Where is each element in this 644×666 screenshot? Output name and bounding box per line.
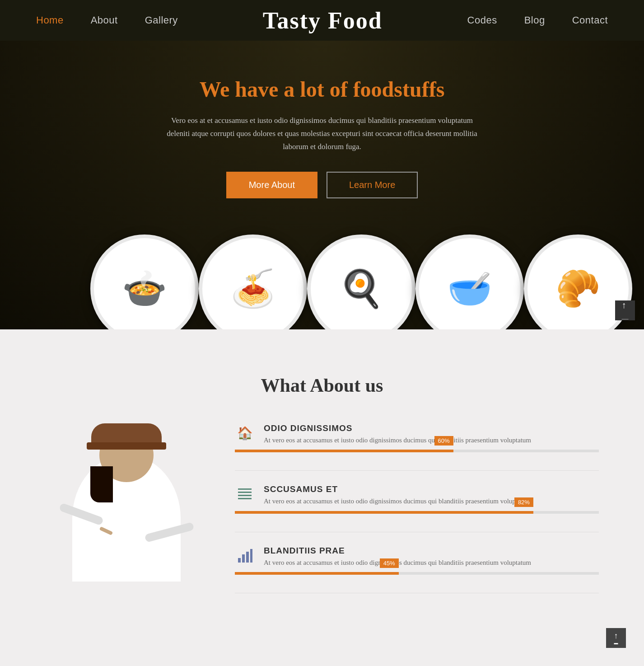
skill-icon-home: 🏠 [235, 423, 255, 443]
skill-info-2: SCCUSAMUS ET At vero eos at accusamus et… [264, 484, 599, 507]
plate-soup: 🍲 [90, 235, 199, 329]
divider-3 [235, 593, 599, 593]
svg-rect-1 [238, 492, 252, 493]
hero-buttons: More About Learn More [226, 172, 418, 198]
skill-item-1: 🏠 ODIO DIGNISSIMOS At vero eos at accusa… [235, 423, 599, 453]
scroll-up-icon: ↑___ [622, 300, 629, 321]
skill-desc-2: At vero eos at accusamus et iusto odio d… [264, 496, 599, 507]
skill-name-2: SCCUSAMUS ET [264, 484, 599, 494]
about-person [45, 423, 208, 582]
svg-rect-2 [238, 495, 252, 496]
hero-section: We have a lot of foodstuffs Vero eos at … [0, 41, 644, 329]
skill-bar-1: 60% [235, 450, 599, 452]
skill-header-1: 🏠 ODIO DIGNISSIMOS At vero eos at accusa… [235, 423, 599, 446]
navbar: Home About Gallery Tasty Food Codes Blog… [0, 0, 644, 41]
svg-rect-6 [246, 552, 249, 563]
plate-inner-soup: 🍲 [99, 244, 190, 329]
plate-inner-croissant: 🥐 [533, 244, 623, 329]
skill-bar-label-3: 45% [380, 558, 399, 568]
skill-bar-2: 82% [235, 511, 599, 514]
skill-info-1: ODIO DIGNISSIMOS At vero eos at accusamu… [264, 423, 599, 446]
person-figure [59, 423, 194, 582]
skill-bar-fill-3: 45% [235, 572, 399, 575]
plate-soup2: 🥣 [415, 235, 524, 329]
nav-codes[interactable]: Codes [467, 14, 497, 26]
svg-rect-0 [238, 488, 252, 490]
skill-bar-fill-1: 60% [235, 450, 453, 452]
skills-container: 🏠 ODIO DIGNISSIMOS At vero eos at accusa… [235, 423, 599, 594]
skill-name-3: BLANDITIIS PRAE [264, 546, 599, 556]
skill-name-1: ODIO DIGNISSIMOS [264, 423, 599, 433]
hero-heading: We have a lot of foodstuffs [200, 77, 445, 102]
divider-2 [235, 532, 599, 532]
nav-left: Home About Gallery [36, 14, 178, 26]
divider-1 [235, 470, 599, 471]
person-hat-brim [87, 442, 166, 450]
about-section: What About us [0, 329, 644, 621]
nav-blog[interactable]: Blog [524, 14, 545, 26]
skill-header-3: BLANDITIIS PRAE At vero eos at accusamus… [235, 546, 599, 568]
nav-gallery[interactable]: Gallery [145, 14, 178, 26]
skill-header-2: SCCUSAMUS ET At vero eos at accusamus et… [235, 484, 599, 507]
svg-rect-3 [238, 498, 252, 499]
svg-rect-7 [250, 549, 252, 563]
plates-row: 🍲 🍝 🍳 🥣 🥐 [90, 235, 554, 329]
plate-inner-pasta: 🍝 [208, 244, 298, 329]
skill-info-3: BLANDITIIS PRAE At vero eos at accusamus… [264, 546, 599, 568]
svg-rect-5 [242, 554, 245, 563]
skill-desc-3: At vero eos at accusamus et iusto odio d… [264, 558, 599, 568]
svg-rect-4 [238, 558, 241, 563]
more-about-button[interactable]: More About [226, 172, 317, 198]
skill-item-2: SCCUSAMUS ET At vero eos at accusamus et… [235, 484, 599, 514]
nav-right: Codes Blog Contact [467, 14, 608, 26]
skill-icon-list [235, 484, 255, 504]
skill-bar-3: 45% [235, 572, 599, 575]
plate-pasta: 🍝 [199, 235, 307, 329]
nav-home[interactable]: Home [36, 14, 64, 26]
plate-egg: 🍳 [307, 235, 415, 329]
person-hair [90, 466, 113, 502]
skill-bar-label-1: 60% [434, 436, 453, 446]
plate-inner-soup2: 🥣 [425, 244, 515, 329]
skill-icon-chart [235, 546, 255, 566]
scroll-up-hero[interactable]: ↑___ [615, 300, 635, 320]
plate-inner-egg: 🍳 [316, 244, 406, 329]
hero-text: Vero eos at et accusamus et iusto odio d… [159, 114, 485, 154]
site-title: Tasty Food [263, 7, 383, 34]
skill-bar-label-2: 82% [514, 497, 533, 507]
about-title: What About us [45, 375, 599, 396]
nav-about[interactable]: About [91, 14, 118, 26]
about-content: 🏠 ODIO DIGNISSIMOS At vero eos at accusa… [45, 423, 599, 594]
nav-contact[interactable]: Contact [572, 14, 608, 26]
skill-item-3: BLANDITIIS PRAE At vero eos at accusamus… [235, 546, 599, 575]
learn-more-button[interactable]: Learn More [327, 172, 418, 198]
skill-desc-1: At vero eos at accusamus et iusto odio d… [264, 435, 599, 446]
skill-bar-fill-2: 82% [235, 511, 533, 514]
